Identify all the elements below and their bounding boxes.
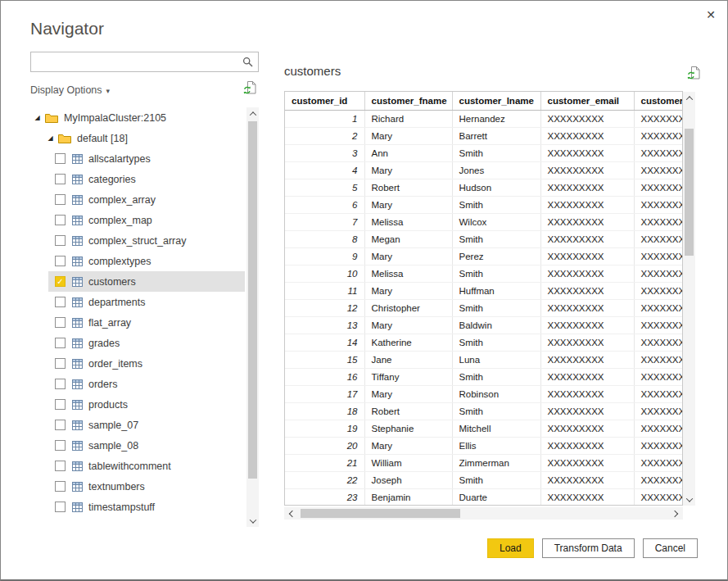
tree-node-label: MyImpalaCluster:2105 bbox=[64, 112, 166, 124]
tree-item-label: customers bbox=[88, 276, 136, 288]
column-header-customer_fname[interactable]: customer_fname bbox=[364, 92, 452, 110]
cell: XXXXXXXXX bbox=[634, 247, 683, 265]
table-icon bbox=[72, 175, 83, 184]
checkbox-unchecked[interactable] bbox=[55, 215, 66, 225]
tree-item-departments[interactable]: departments bbox=[48, 292, 245, 312]
checkbox-unchecked[interactable] bbox=[55, 338, 66, 348]
cell: Duarte bbox=[452, 488, 540, 506]
cell: Smith bbox=[452, 230, 540, 247]
cell: XXXXXXXXX bbox=[634, 127, 683, 144]
scroll-down-button[interactable] bbox=[246, 515, 259, 527]
search-icon[interactable] bbox=[237, 52, 258, 71]
cell-customer-id: 4 bbox=[285, 161, 364, 179]
cell: XXXXXXXXX bbox=[634, 471, 683, 488]
checkbox-unchecked[interactable] bbox=[55, 194, 66, 205]
preview-horizontal-scrollbar[interactable] bbox=[284, 507, 683, 520]
scrollbar-thumb[interactable] bbox=[248, 121, 257, 479]
cell: Megan bbox=[364, 230, 452, 247]
scroll-left-button[interactable] bbox=[286, 507, 299, 520]
column-header-customer_email[interactable]: customer_email bbox=[540, 92, 634, 110]
tree-item-textnumbers[interactable]: textnumbers bbox=[48, 476, 245, 497]
cell-customer-id: 6 bbox=[285, 196, 364, 213]
cell: XXXXXXXXX bbox=[634, 402, 683, 420]
search-input[interactable] bbox=[31, 52, 237, 71]
column-header-customer_lname[interactable]: customer_lname bbox=[452, 92, 540, 110]
transform-data-button[interactable]: Transform Data bbox=[542, 538, 635, 558]
checkbox-unchecked[interactable] bbox=[55, 440, 66, 451]
tree-item-products[interactable]: products bbox=[48, 394, 245, 415]
cell-customer-id: 8 bbox=[285, 230, 364, 247]
load-button[interactable]: Load bbox=[487, 538, 534, 558]
cancel-button[interactable]: Cancel bbox=[643, 538, 698, 558]
table-row: 23BenjaminDuarteXXXXXXXXXXXXXXXXXX bbox=[285, 488, 683, 506]
checkbox-checked[interactable]: ✓ bbox=[55, 276, 66, 287]
checkbox-unchecked[interactable] bbox=[55, 297, 66, 307]
collapse-icon[interactable]: ◢ bbox=[33, 114, 42, 121]
checkbox-unchecked[interactable] bbox=[55, 153, 66, 164]
scroll-up-button[interactable] bbox=[246, 107, 259, 120]
chevron-down-icon bbox=[249, 516, 255, 523]
checkbox-unchecked[interactable] bbox=[55, 358, 66, 369]
tree-item-sample_07[interactable]: sample_07 bbox=[48, 415, 245, 435]
cell: Mary bbox=[364, 316, 452, 334]
tree-item-order_items[interactable]: order_items bbox=[48, 353, 245, 374]
cell-customer-id: 3 bbox=[285, 144, 364, 161]
checkbox-unchecked[interactable] bbox=[55, 420, 66, 430]
cell: XXXXXXXXX bbox=[540, 247, 634, 265]
cell: Smith bbox=[452, 402, 540, 420]
checkbox-unchecked[interactable] bbox=[55, 174, 66, 184]
tree-item-flat_array[interactable]: flat_array bbox=[48, 312, 245, 333]
checkbox-unchecked[interactable] bbox=[55, 502, 66, 512]
cell: Mary bbox=[364, 247, 452, 265]
tree-scrollbar[interactable] bbox=[246, 107, 259, 527]
tree-item-customers[interactable]: ✓ customers bbox=[48, 271, 245, 292]
tree-item-label: complex_struct_array bbox=[88, 235, 187, 247]
checkbox-unchecked[interactable] bbox=[55, 399, 66, 410]
checkbox-unchecked[interactable] bbox=[55, 317, 66, 328]
cell: Ann bbox=[364, 144, 452, 161]
tree-item-categories[interactable]: categories bbox=[48, 169, 245, 189]
scrollbar-thumb[interactable] bbox=[685, 129, 694, 256]
checkbox-unchecked[interactable] bbox=[55, 379, 66, 389]
tree-item-tablewithcomment[interactable]: tablewithcomment bbox=[48, 456, 245, 476]
checkbox-unchecked[interactable] bbox=[55, 481, 66, 492]
column-header-customer_id[interactable]: customer_id bbox=[285, 92, 364, 110]
refresh-preview-icon[interactable] bbox=[687, 66, 700, 83]
tree-item-orders[interactable]: orders bbox=[48, 374, 245, 394]
display-options-dropdown[interactable]: Display Options▾ bbox=[30, 84, 110, 96]
collapse-icon[interactable]: ◢ bbox=[46, 134, 55, 142]
checkbox-unchecked[interactable] bbox=[55, 235, 66, 246]
cell: Tiffany bbox=[364, 368, 452, 385]
close-icon[interactable]: ✕ bbox=[706, 8, 716, 21]
tree-item-sample_08[interactable]: sample_08 bbox=[48, 435, 245, 456]
cell: XXXXXXXXX bbox=[634, 144, 683, 161]
tree-item-allscalartypes[interactable]: allscalartypes bbox=[48, 148, 245, 169]
column-header-customer_passw[interactable]: customer_passw bbox=[634, 92, 683, 110]
tree-item-complex_map[interactable]: complex_map bbox=[48, 210, 245, 230]
cell: Jones bbox=[452, 161, 540, 179]
table-icon bbox=[72, 256, 83, 266]
tree-item-grades[interactable]: grades bbox=[48, 333, 245, 353]
table-row: 7MelissaWilcoxXXXXXXXXXXXXXXXXXX bbox=[285, 213, 683, 230]
preview-vertical-scrollbar[interactable] bbox=[683, 92, 695, 506]
checkbox-unchecked[interactable] bbox=[55, 461, 66, 471]
tree-node-server[interactable]: ◢ MyImpalaCluster:2105 bbox=[30, 107, 245, 128]
tree-item-complex_array[interactable]: complex_array bbox=[48, 189, 245, 210]
scroll-down-button[interactable] bbox=[683, 493, 695, 506]
scrollbar-thumb[interactable] bbox=[301, 509, 460, 518]
cell: Mary bbox=[364, 385, 452, 402]
tree-item-complex_struct_array[interactable]: complex_struct_array bbox=[48, 230, 245, 251]
tree-item-label: sample_07 bbox=[88, 420, 138, 431]
tree-item-complextypes[interactable]: complextypes bbox=[48, 251, 245, 271]
cell: Barrett bbox=[452, 127, 540, 144]
tree-item-label: grades bbox=[88, 338, 120, 349]
tree-node-database[interactable]: ◢ default [18] bbox=[30, 128, 245, 148]
table-icon bbox=[72, 482, 83, 492]
cell: Mary bbox=[364, 196, 452, 213]
scroll-up-button[interactable] bbox=[683, 92, 695, 104]
tree-item-timestampstuff[interactable]: timestampstuff bbox=[48, 497, 245, 517]
scroll-right-button[interactable] bbox=[668, 507, 681, 520]
refresh-preview-icon[interactable] bbox=[243, 81, 256, 98]
cell-customer-id: 5 bbox=[285, 179, 364, 196]
checkbox-unchecked[interactable] bbox=[55, 256, 66, 266]
